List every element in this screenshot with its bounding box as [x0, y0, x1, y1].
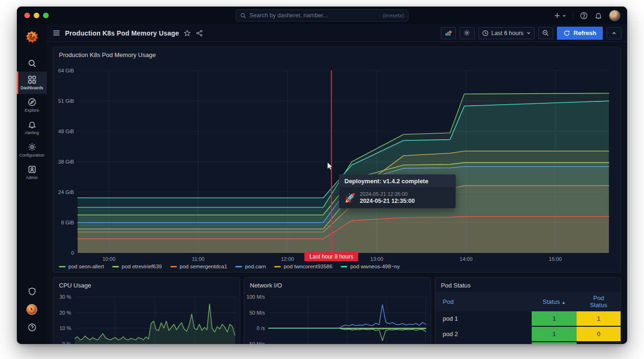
dashboards-icon [28, 75, 37, 84]
sidebar-item-dashboards[interactable]: Dashboards [17, 72, 47, 94]
global-search[interactable]: (irrexetx) [235, 9, 409, 22]
pod-name-cell: pod 2 [435, 326, 532, 342]
sidebar-item-alerting[interactable]: Alerting [17, 116, 47, 139]
pod-status-cell: 0 [577, 326, 621, 342]
column-header-pod-status[interactable]: Pod Status [577, 292, 621, 311]
titlebar: (irrexetx) [17, 7, 627, 24]
svg-text:20 %: 20 % [59, 310, 71, 316]
svg-text:0: 0 [71, 250, 74, 256]
help-icon[interactable] [580, 12, 588, 20]
legend-item[interactable]: pod wwneos-498~ny [341, 264, 400, 269]
svg-text:0 /s: 0 /s [256, 325, 265, 331]
memory-usage-panel: Production K8s Pod Memory Usage 64 GiB51… [53, 47, 621, 273]
table-row[interactable]: pod 210 [435, 326, 621, 342]
favorite-star-icon[interactable] [183, 29, 191, 37]
magnifier-minus-icon [542, 29, 549, 36]
legend-label: pod wwneos-498~ny [350, 264, 400, 269]
sidebar-item-explore[interactable]: Explore [17, 94, 47, 116]
svg-text:50 M/s: 50 M/s [249, 310, 265, 316]
sidebar-item-label: Admin [26, 175, 38, 180]
minimize-window-button[interactable] [34, 13, 39, 18]
new-dropdown-button[interactable] [554, 12, 566, 19]
dashboard-toolbar: Production K8s Pod Memory Usage [47, 24, 627, 42]
sidebar-item-security[interactable] [17, 283, 47, 300]
svg-text:10 %: 10 % [59, 325, 71, 331]
search-icon [28, 59, 37, 68]
user-avatar[interactable] [609, 10, 621, 22]
search-shortcut-hint: (irrexetx) [383, 13, 404, 18]
svg-text:51 GiB: 51 GiB [58, 98, 74, 104]
grafana-logo-icon[interactable] [25, 30, 39, 44]
panel-title: Network I/O [250, 282, 282, 289]
svg-text:12:00: 12:00 [281, 256, 294, 262]
gear-icon [463, 29, 470, 36]
svg-text:100 M/s: 100 M/s [247, 294, 265, 300]
svg-text:8 GiB: 8 GiB [61, 220, 74, 225]
sidebar-item-help[interactable] [17, 319, 47, 336]
legend-label: pod etrevirief639 [122, 264, 162, 269]
svg-text:14:00: 14:00 [460, 256, 473, 262]
sidebar-item-label: Dashboards [21, 86, 44, 90]
pod-status-table: Pod Status ▲ Pod Status pod 111pod 210po… [435, 292, 621, 344]
annotation-tooltip: Deployment: v1.4.2 complete 🚀 2024-05-21… [339, 174, 456, 208]
svg-text:13:00: 13:00 [370, 256, 383, 262]
panel-title: Production K8s Pod Memory Usage [59, 51, 156, 58]
zoom-out-time-button[interactable] [538, 27, 553, 39]
maximize-window-button[interactable] [43, 13, 49, 18]
sidebar-user-avatar[interactable] [17, 300, 47, 319]
shield-icon [28, 287, 37, 296]
refresh-label: Refresh [574, 29, 596, 36]
legend-item[interactable]: pod twncorent93586 [274, 264, 332, 269]
legend-item[interactable]: pod etrevirief639 [112, 264, 162, 269]
menu-hamburger-icon[interactable] [52, 29, 60, 37]
memory-usage-chart[interactable]: 64 GiB51 GiB48 GiB38 GiB24 GiB8 GiB010:0… [53, 47, 622, 273]
legend-swatch [274, 266, 281, 267]
sidebar-item-configuration[interactable]: Configuration [17, 139, 47, 161]
sidebar: Dashboards Explore Alerting Configuratio… [17, 24, 47, 344]
dashboard-title: Production K8s Pod Memory Usage [65, 29, 179, 37]
pod-name-cell: pod 1 [435, 311, 532, 326]
share-icon[interactable] [196, 29, 203, 37]
sidebar-item-label: Alerting [25, 130, 39, 135]
table-row[interactable]: pod 310 [435, 342, 621, 344]
annotation-badge[interactable]: Last hour 8 hours [304, 252, 358, 261]
sidebar-item-admin[interactable]: Admin [17, 161, 47, 184]
close-window-button[interactable] [24, 13, 30, 18]
help-icon [28, 323, 37, 332]
svg-text:64 GiB: 64 GiB [58, 68, 74, 73]
svg-text:-50 M/s: -50 M/s [248, 341, 265, 345]
status-cell: 1 [532, 326, 577, 342]
legend-swatch [112, 266, 119, 267]
refresh-icon [564, 30, 570, 36]
status-cell: 1 [532, 311, 577, 326]
legend-swatch [341, 266, 347, 267]
svg-text:48 GiB: 48 GiB [58, 129, 74, 134]
column-header-status[interactable]: Status ▲ [532, 292, 577, 311]
legend-label: pod twncorent93586 [284, 264, 332, 269]
legend-item[interactable]: pod semergentdca1 [170, 264, 227, 269]
panel-view-button[interactable] [441, 27, 456, 39]
time-range-picker[interactable]: Last 6 hours [478, 27, 534, 39]
refresh-button[interactable]: Refresh [557, 27, 603, 40]
table-row[interactable]: pod 111 [435, 311, 621, 326]
collapse-toolbar-button[interactable] [607, 27, 622, 39]
svg-text:38 GiB: 38 GiB [58, 159, 74, 165]
compass-icon [28, 98, 37, 107]
legend-item[interactable]: pod seon-allert [59, 264, 104, 269]
svg-text:11:00: 11:00 [192, 256, 205, 262]
legend-label: pod seon-allert [68, 264, 104, 269]
dashboard-settings-button[interactable] [460, 27, 475, 39]
sidebar-item-search[interactable] [17, 55, 47, 72]
deployment-annotation-line[interactable] [331, 71, 332, 253]
column-header-pod[interactable]: Pod [435, 292, 532, 311]
legend-label: pod.carn [245, 264, 266, 269]
svg-text:24 GiB: 24 GiB [58, 189, 74, 195]
tooltip-title: Deployment: v1.4.2 complete [339, 175, 455, 187]
legend-swatch [170, 266, 177, 267]
tooltip-time-bold: 2024-05-21 12:35:00 [360, 198, 415, 204]
bell-icon [28, 120, 37, 129]
search-input[interactable] [249, 12, 380, 19]
notifications-bell-icon[interactable] [594, 12, 602, 20]
legend-item[interactable]: pod.carn [235, 264, 266, 269]
legend-swatch [59, 266, 66, 267]
